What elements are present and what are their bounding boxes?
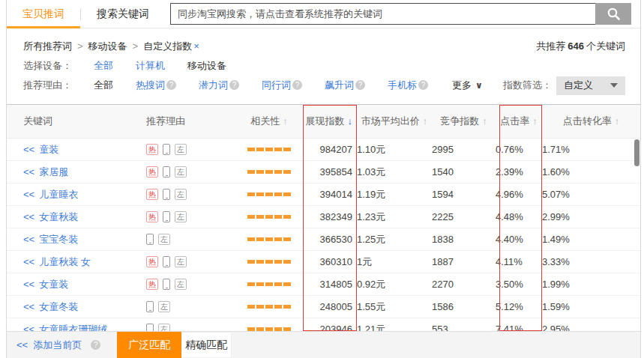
sort-up-icon[interactable]: ↑ — [532, 115, 538, 127]
column-header[interactable]: 关键词 — [7, 115, 142, 128]
keyword-link[interactable]: <<儿童秋装 女 — [7, 255, 142, 269]
breadcrumb-item[interactable]: 自定义指数 — [143, 40, 192, 52]
breadcrumb-item[interactable]: 移动设备 — [88, 40, 127, 52]
double-arrow-icon: << — [23, 279, 34, 290]
left-tag-icon: 左 — [175, 211, 187, 222]
keyword-link[interactable]: <<宝宝冬装 — [7, 233, 142, 246]
help-icon[interactable]: ? — [355, 80, 365, 90]
device-filter-label: 选择设备： — [23, 59, 94, 73]
relevance-bar — [265, 282, 273, 286]
help-icon[interactable]: ? — [418, 80, 428, 90]
reason-tags: 热左 — [142, 256, 235, 267]
device-option[interactable]: 计算机 — [136, 59, 165, 73]
relevance-bar — [265, 148, 273, 151]
device-option[interactable]: 全部 — [94, 59, 113, 73]
keyword-link[interactable]: <<童装 — [7, 143, 142, 157]
relevance-bar — [283, 192, 291, 196]
column-header[interactable]: 竞争指数↑ — [432, 115, 496, 128]
avg-price-value: 1.19元 — [357, 188, 432, 201]
keyword-link[interactable]: <<儿童睡衣 — [7, 188, 142, 201]
index-filter-dropdown[interactable]: 自定义 — [556, 76, 625, 95]
help-icon[interactable]: ? — [229, 80, 239, 90]
relevance-bar — [274, 282, 282, 286]
reason-option[interactable]: 同行词? — [262, 79, 302, 92]
reason-tags: 热左 — [142, 279, 235, 290]
column-header[interactable]: 市场平均出价↑ — [357, 115, 432, 128]
competition-index-value: 2270 — [432, 279, 496, 290]
keyword-link[interactable]: <<女童秋装 — [7, 210, 142, 224]
more-button[interactable]: 更多∨ — [452, 79, 483, 92]
column-header[interactable]: 点击转化率↑ — [542, 115, 640, 128]
reason-options: 全部热搜词?潜力词?同行词?飙升词?手机标? — [94, 79, 451, 92]
reason-tags: 热左 — [142, 144, 235, 155]
reason-option[interactable]: 潜力词? — [199, 79, 239, 92]
tab-search-keywords[interactable]: 搜索关键词 — [81, 0, 165, 28]
relevance-bar — [274, 305, 282, 309]
avg-price-value: 1元 — [357, 255, 432, 269]
device-option[interactable]: 移动设备 — [187, 59, 226, 73]
keyword-link[interactable]: <<女童冬装 — [7, 300, 142, 314]
mobile-phone-icon — [163, 211, 170, 222]
column-header[interactable]: 推荐理由 — [142, 115, 235, 128]
summary-count: 646 — [568, 40, 584, 52]
competition-index-value: 2995 — [432, 144, 496, 155]
reason-option[interactable]: 手机标? — [388, 79, 428, 92]
double-arrow-icon: << — [16, 339, 28, 351]
help-icon[interactable]: ? — [91, 340, 100, 350]
table-row: <<女童秋装热左3823491.23元22254.48%2.99% — [7, 206, 640, 228]
relevance-bar — [247, 327, 255, 331]
add-current-page-link[interactable]: << 添加当前页 — [7, 332, 82, 358]
breadcrumb-item[interactable]: 所有推荐词 — [23, 40, 72, 52]
ctr-value: 2.39% — [496, 166, 542, 178]
relevance-bars — [235, 215, 303, 219]
column-header[interactable]: 点击率↑ — [496, 115, 542, 128]
reason-tags: 左 — [142, 301, 235, 312]
search-button[interactable] — [595, 3, 631, 25]
chevron-down-icon: ∨ — [475, 80, 483, 91]
tab-product-keywords[interactable]: 宝贝推词 — [7, 0, 80, 28]
sort-up-icon[interactable]: ↑ — [423, 115, 428, 127]
keyword-link[interactable]: <<家居服 — [7, 166, 142, 179]
sort-up-icon[interactable]: ↑ — [615, 115, 620, 127]
mobile-phone-icon — [146, 324, 154, 331]
exact-match-button[interactable]: 精确匹配 — [181, 332, 232, 358]
relevance-bar — [256, 282, 264, 286]
relevance-bar — [247, 215, 255, 219]
ctr-value: 4.40% — [496, 234, 542, 245]
scrollbar-thumb[interactable] — [634, 139, 640, 166]
sort-up-icon[interactable]: ↑ — [482, 115, 487, 127]
help-icon[interactable]: ? — [166, 80, 176, 90]
search-icon — [607, 7, 621, 21]
column-header-label: 市场平均出价 — [361, 115, 420, 127]
relevance-bar — [256, 260, 264, 264]
more-label: 更多 — [452, 79, 472, 91]
column-header[interactable]: 展现指数↓ — [303, 115, 357, 128]
breadcrumb-remove-icon[interactable]: × — [193, 40, 199, 52]
keyword-table: 关键词推荐理由相关性↑展现指数↓市场平均出价↑竞争指数↑点击率↑点击转化率↑ <… — [7, 104, 640, 331]
broad-match-button[interactable]: 广泛匹配 — [117, 332, 181, 358]
keyword-link[interactable]: <<女童装 — [7, 278, 142, 291]
help-icon[interactable]: ? — [292, 80, 302, 90]
relevance-bar — [256, 305, 264, 309]
search-input[interactable] — [170, 3, 595, 25]
competition-index-value: 1594 — [432, 189, 496, 200]
dropdown-arrow-icon — [610, 83, 618, 88]
sort-up-icon[interactable]: ↑ — [283, 115, 288, 127]
table-body: <<童装热左9842071.10元29950.76%1.71%<<家居服热左39… — [7, 139, 640, 331]
relevance-bar — [247, 148, 255, 151]
cvr-value: 3.33% — [542, 256, 640, 267]
table-row: <<儿童秋装 女热左3603101元18874.11%3.33% — [7, 251, 640, 273]
reason-option[interactable]: 全部 — [94, 79, 113, 92]
relevance-bar — [283, 327, 291, 331]
ctr-value: 7.41% — [496, 324, 542, 331]
competition-index-value: 1887 — [432, 256, 496, 267]
column-header-label: 点击率 — [500, 115, 529, 127]
column-header[interactable]: 相关性↑ — [235, 115, 303, 128]
keyword-link[interactable]: <<女童睡衣珊瑚绒 — [7, 323, 142, 332]
reason-option[interactable]: 飙升词? — [325, 79, 365, 92]
reason-option[interactable]: 热搜词? — [136, 79, 176, 92]
double-arrow-icon: << — [23, 166, 34, 178]
column-header-label: 展现指数 — [306, 115, 345, 127]
sort-down-icon[interactable]: ↓ — [348, 115, 353, 127]
relevance-bar — [256, 237, 264, 241]
